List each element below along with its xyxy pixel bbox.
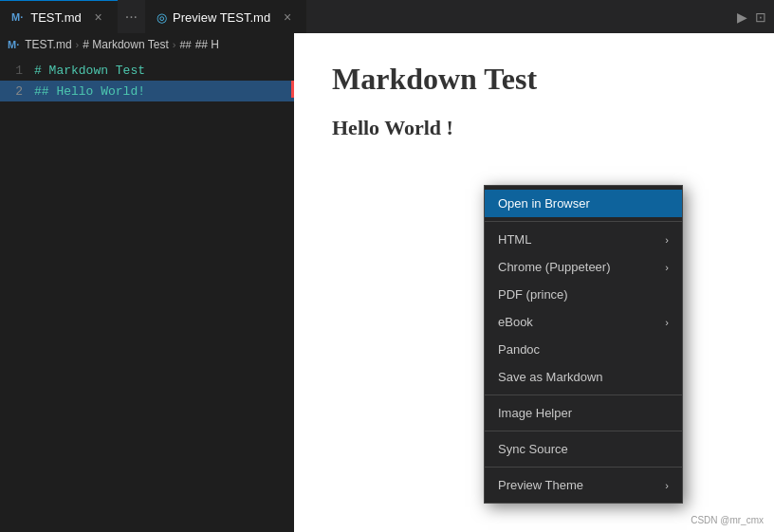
preview-panel: Markdown Test Hello World ! Open in Brow…: [294, 33, 774, 532]
run-icon[interactable]: ▶: [737, 9, 747, 25]
menu-label-open-browser: Open in Browser: [498, 196, 590, 211]
menu-label-ebook: eBook: [498, 315, 533, 329]
menu-item-preview-theme[interactable]: Preview Theme ›: [485, 471, 682, 499]
breadcrumb-sep-2: ›: [173, 39, 176, 50]
preview-heading-2: Hello World !: [332, 116, 736, 140]
split-editor-icon[interactable]: ⊡: [755, 9, 766, 25]
preview-heading-1: Markdown Test: [332, 62, 736, 97]
menu-sep-3: [485, 431, 682, 431]
menu-sep-2: [485, 394, 682, 395]
chrome-arrow-icon: ›: [665, 262, 669, 273]
editor-tab[interactable]: M· TEST.md ×: [0, 0, 118, 33]
editor-line-2: 2 ## Hello World!: [0, 81, 294, 101]
breadcrumb-file[interactable]: TEST.md: [25, 38, 71, 51]
preview-tab-close[interactable]: ×: [280, 9, 295, 25]
editor-tab-more[interactable]: ···: [118, 9, 145, 26]
breadcrumb-sep-1: ›: [76, 39, 80, 50]
menu-item-html[interactable]: HTML ›: [485, 226, 682, 253]
context-menu: Open in Browser HTML › Chrome (Puppeteer…: [484, 185, 683, 504]
breadcrumb: M· TEST.md › # Markdown Test › ## ## H: [0, 33, 294, 56]
menu-item-pandoc[interactable]: Pandoc: [485, 336, 682, 363]
editor-tab-label: TEST.md: [30, 10, 81, 25]
preview-tab[interactable]: ◎ Preview TEST.md ×: [145, 0, 306, 33]
menu-label-pandoc: Pandoc: [498, 342, 540, 357]
menu-label-preview-theme: Preview Theme: [498, 478, 583, 492]
html-arrow-icon: ›: [665, 234, 669, 246]
menu-label-pdf: PDF (prince): [498, 287, 568, 302]
breadcrumb-h1[interactable]: # Markdown Test: [83, 38, 169, 51]
menu-item-chrome[interactable]: Chrome (Puppeteer) ›: [485, 253, 682, 281]
editor-lines: 1 # Markdown Test 2 ## Hello World!: [0, 56, 294, 105]
line-content-2: ## Hello World!: [34, 84, 145, 99]
editor-panel: M· TEST.md › # Markdown Test › ## ## H 1…: [0, 33, 294, 532]
menu-item-ebook[interactable]: eBook ›: [485, 308, 682, 336]
breadcrumb-hash-icon: ##: [179, 39, 191, 50]
menu-label-sync-source: Sync Source: [498, 442, 568, 456]
menu-label-save-markdown: Save as Markdown: [498, 370, 603, 384]
breadcrumb-h2[interactable]: ## H: [195, 38, 219, 51]
line-number-2: 2: [0, 84, 34, 99]
preview-theme-arrow-icon: ›: [665, 480, 669, 491]
preview-tab-icon: ◎: [157, 10, 167, 25]
ebook-arrow-icon: ›: [665, 317, 669, 328]
tab-right-icons: ▶ ⊡: [729, 9, 774, 25]
menu-item-save-markdown[interactable]: Save as Markdown: [485, 363, 682, 391]
menu-label-html: HTML: [498, 232, 531, 247]
menu-sep-4: [485, 467, 682, 468]
line-content-1: # Markdown Test: [34, 64, 145, 78]
menu-item-open-browser[interactable]: Open in Browser: [485, 190, 682, 217]
menu-item-pdf[interactable]: PDF (prince): [485, 281, 682, 308]
md-file-icon: M·: [11, 11, 23, 23]
menu-item-sync-source[interactable]: Sync Source: [485, 435, 682, 463]
breadcrumb-md-icon: M·: [8, 39, 19, 50]
menu-sep-1: [485, 221, 682, 222]
watermark: CSDN @mr_cmx: [688, 514, 766, 526]
main-area: M· TEST.md › # Markdown Test › ## ## H 1…: [0, 33, 774, 532]
menu-item-image-helper[interactable]: Image Helper: [485, 399, 682, 427]
editor-tab-close[interactable]: ×: [91, 9, 106, 25]
editor-line-1: 1 # Markdown Test: [0, 60, 294, 81]
menu-label-chrome: Chrome (Puppeteer): [498, 260, 611, 274]
preview-tab-label: Preview TEST.md: [173, 10, 270, 25]
tab-bar: M· TEST.md × ··· ◎ Preview TEST.md × ▶ ⊡: [0, 0, 774, 33]
editor-content[interactable]: 1 # Markdown Test 2 ## Hello World!: [0, 56, 294, 532]
menu-label-image-helper: Image Helper: [498, 406, 572, 420]
line-number-1: 1: [0, 64, 34, 78]
